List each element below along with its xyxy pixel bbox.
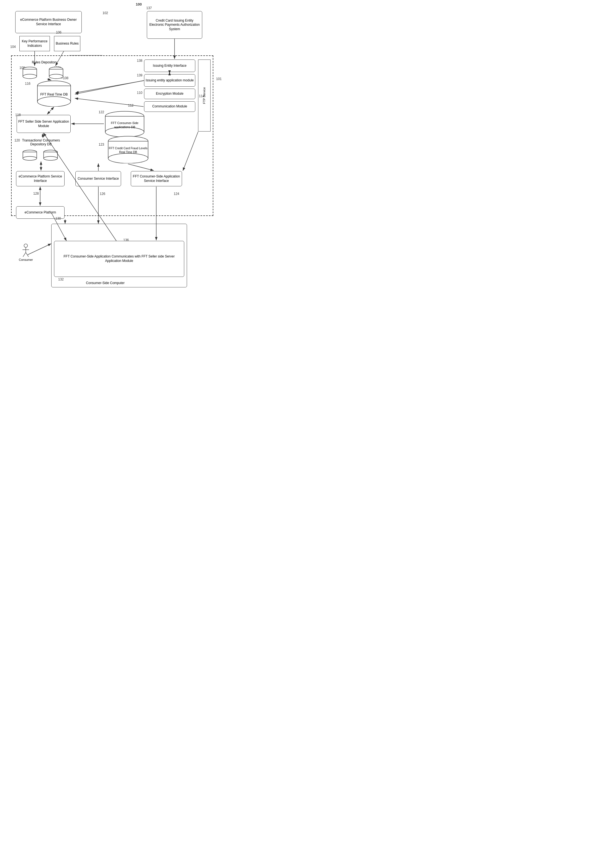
- ref-130: 130: [56, 217, 61, 220]
- fft-realtime-db: FFT Real Time DB: [36, 80, 72, 107]
- ref-118: 118: [15, 113, 21, 117]
- svg-line-25: [26, 253, 28, 257]
- ecommerce-service-interface-box: eCommerce Platform Service Interface: [16, 171, 65, 186]
- ref-139: 139: [137, 73, 143, 77]
- cylinder-108a: [22, 67, 37, 79]
- ref-128: 128: [33, 192, 39, 195]
- ref-112: 112: [128, 104, 134, 107]
- fft-consumer-service-interface-box: FFT Consumer-Side Application Service In…: [131, 171, 182, 186]
- svg-point-2: [23, 74, 37, 79]
- svg-point-17: [23, 157, 37, 160]
- transactions-cyl-b: [43, 149, 58, 161]
- figure-number: 100: [136, 2, 142, 6]
- issuing-entity-app-box: Issuing entity application module: [144, 74, 195, 87]
- transactions-cyl-a: [22, 149, 37, 161]
- ref-126: 126: [100, 192, 105, 196]
- communication-module-box: Communication Module: [144, 101, 195, 112]
- ref-132: 132: [58, 277, 64, 281]
- consumer-person: Consumer: [19, 243, 33, 261]
- ref-120: 120: [14, 138, 20, 142]
- fft-consumer-side-app-box: FFT Consumer-Side Application Communicat…: [54, 241, 184, 277]
- ref-106: 106: [56, 31, 62, 34]
- svg-point-8: [37, 97, 71, 107]
- diagram-container: 100 eCommerce Platform Business Owner Se…: [0, 0, 227, 324]
- business-rules-box: Business Rules: [54, 36, 80, 51]
- ref-104: 104: [10, 45, 16, 49]
- ref-116: 116: [25, 82, 31, 85]
- ref-124: 124: [174, 192, 179, 196]
- fft-consumer-side-db: FFT Consumer-Side applications DB: [104, 111, 146, 137]
- credit-card-issuing-box: Credit Card Issuing Entity Electronic Pa…: [147, 11, 202, 39]
- ref-123: 123: [99, 143, 104, 146]
- svg-line-24: [23, 253, 26, 257]
- consumer-side-computer-label: Consumer-Side Computer: [78, 281, 133, 285]
- rules-depository-label: Rules Depository: [32, 60, 57, 64]
- ref-138: 138: [137, 59, 143, 63]
- svg-point-20: [44, 157, 57, 160]
- ref-136: 136: [123, 238, 129, 242]
- ref-114: 114: [199, 94, 205, 98]
- consumer-service-interface-box: Consumer Service Interface: [75, 171, 121, 186]
- svg-point-5: [49, 74, 63, 79]
- svg-point-21: [24, 244, 28, 248]
- ref-110: 110: [137, 91, 143, 95]
- ref-122: 122: [99, 110, 104, 114]
- ref-137: 137: [146, 6, 152, 10]
- key-performance-box: Key Performance Indicators: [19, 36, 50, 51]
- encryption-module-box: Encryption Module: [144, 88, 195, 99]
- ref-102: 102: [102, 11, 108, 15]
- fft-credit-card-fraud-db: FFT Credit Card Fraud Levels Real Time D…: [107, 136, 150, 163]
- ref-101: 101: [216, 77, 222, 81]
- issuing-entity-interface-box: Issuing Entity Interface: [144, 59, 195, 72]
- transactions-label: Transactions/ Consumers Depository DB: [16, 138, 66, 146]
- fft-seller-side-box: FFT Seller Side Server Application Modul…: [17, 115, 71, 133]
- cylinder-108b: [48, 67, 64, 79]
- ecommerce-platform-owner-box: eCommerce Platform Business Owner Servic…: [15, 11, 82, 33]
